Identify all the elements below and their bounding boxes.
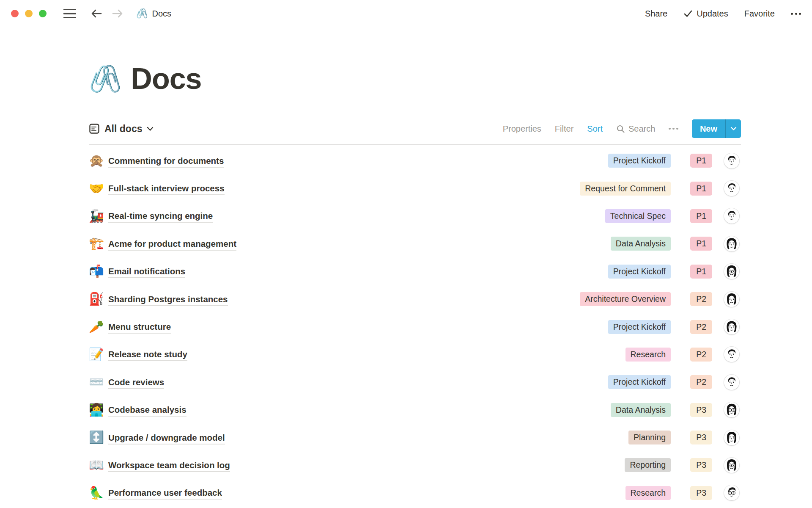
share-button[interactable]: Share	[645, 9, 667, 19]
avatar-person-glasses-long-hair[interactable]	[724, 264, 739, 279]
view-more-options-button[interactable]	[669, 128, 678, 130]
table-row[interactable]: 🤝 Full-stack interview process Request f…	[89, 174, 741, 202]
doc-type-tag[interactable]: Reporting	[625, 458, 671, 472]
table-row[interactable]: 🙊 Commenting for documents Project Kicko…	[89, 147, 741, 174]
back-arrow-icon[interactable]	[91, 8, 102, 19]
doc-emoji-icon: ↕️	[89, 431, 108, 444]
window-more-options-button[interactable]	[791, 13, 801, 15]
doc-title-link[interactable]: Real-time syncing engine	[108, 211, 213, 221]
avatar-man-stubble[interactable]	[724, 208, 739, 224]
page-icon-paperclip[interactable]: 🖇️	[89, 66, 121, 92]
avatar-man-short-hair-2[interactable]	[724, 181, 739, 196]
paperclip-icon: 🖇️	[136, 8, 148, 19]
table-row[interactable]: ⛽ Sharding Postgres instances Architectu…	[89, 285, 741, 313]
minimize-window-button[interactable]	[25, 10, 33, 17]
doc-type-tag[interactable]: Project Kickoff	[608, 320, 671, 334]
doc-title-link[interactable]: Release note study	[108, 349, 187, 359]
doc-type-tag[interactable]: Project Kickoff	[608, 154, 671, 168]
doc-title-link[interactable]: Workspace team decision log	[108, 460, 230, 470]
doc-emoji-icon: ⛽	[89, 293, 108, 305]
table-row[interactable]: 🚂 Real-time syncing engine Technical Spe…	[89, 202, 741, 230]
priority-badge[interactable]: P3	[690, 431, 712, 444]
priority-badge[interactable]: P1	[690, 209, 712, 223]
avatar-woman-wavy-hair[interactable]	[724, 319, 739, 334]
doc-title-link[interactable]: Email notifications	[108, 266, 185, 276]
zoom-window-button[interactable]	[39, 10, 47, 17]
avatar-man-stubble[interactable]	[724, 375, 739, 390]
doc-emoji-icon: ⌨️	[89, 376, 108, 388]
list-view-icon	[89, 123, 100, 134]
priority-badge[interactable]: P1	[690, 154, 712, 168]
priority-badge[interactable]: P3	[690, 486, 712, 500]
close-window-button[interactable]	[11, 10, 19, 17]
doc-title-link[interactable]: Upgrade / downgrade model	[108, 433, 225, 443]
doc-type-tag[interactable]: Architecture Overview	[580, 292, 671, 306]
table-row[interactable]: 🦜 Performance user feedback Research P3	[89, 479, 741, 507]
priority-badge[interactable]: P2	[690, 348, 712, 362]
priority-badge[interactable]: P2	[690, 292, 712, 306]
avatar-person-glasses-beard[interactable]	[724, 458, 739, 473]
doc-emoji-icon: 🚂	[89, 210, 108, 222]
table-row[interactable]: ↕️ Upgrade / downgrade model Planning P3	[89, 424, 741, 451]
avatar-woman-bob[interactable]	[724, 292, 739, 307]
doc-emoji-icon: 🥕	[89, 321, 108, 333]
doc-title-link[interactable]: Code reviews	[108, 377, 164, 387]
doc-emoji-icon: 📬	[89, 265, 108, 278]
doc-title-link[interactable]: Performance user feedback	[108, 488, 222, 498]
priority-badge[interactable]: P1	[690, 182, 712, 196]
doc-title-link[interactable]: Commenting for documents	[108, 156, 224, 166]
new-button[interactable]: New	[692, 119, 725, 138]
breadcrumb: 🖇️ Docs	[136, 8, 171, 19]
doc-type-tag[interactable]: Data Analysis	[611, 403, 671, 417]
filter-button[interactable]: Filter	[555, 124, 573, 134]
table-row[interactable]: 📝 Release note study Research P2	[89, 341, 741, 368]
priority-badge[interactable]: P2	[690, 320, 712, 334]
search-button[interactable]: Search	[616, 124, 655, 134]
table-row[interactable]: 📬 Email notifications Project Kickoff P1	[89, 258, 741, 285]
priority-badge[interactable]: P1	[690, 237, 712, 251]
sidebar-toggle-menu-icon[interactable]	[63, 9, 76, 19]
properties-button[interactable]: Properties	[503, 124, 541, 134]
priority-badge[interactable]: P3	[690, 403, 712, 417]
doc-type-tag[interactable]: Research	[625, 348, 671, 362]
doc-emoji-icon: 🏗️	[89, 237, 108, 250]
priority-badge[interactable]: P3	[690, 458, 712, 472]
view-selector-all-docs[interactable]: All docs	[89, 123, 154, 135]
breadcrumb-page-title: Docs	[152, 9, 171, 19]
forward-arrow-icon[interactable]	[112, 8, 123, 19]
doc-type-tag[interactable]: Request for Comment	[580, 182, 671, 196]
new-dropdown-button[interactable]	[726, 119, 741, 138]
avatar-person-glasses-long-hair[interactable]	[724, 402, 739, 417]
doc-title-link[interactable]: Acme for product management	[108, 239, 236, 249]
updates-button[interactable]: Updates	[683, 9, 728, 19]
doc-title-link[interactable]: Full-stack interview process	[108, 183, 225, 193]
doc-emoji-icon: 📝	[89, 348, 108, 361]
doc-emoji-icon: 🦜	[89, 487, 108, 499]
sort-button[interactable]: Sort	[587, 124, 603, 134]
favorite-button[interactable]: Favorite	[744, 9, 775, 19]
doc-type-tag[interactable]: Research	[625, 486, 671, 500]
table-row[interactable]: 📖 Workspace team decision log Reporting …	[89, 451, 741, 479]
doc-type-tag[interactable]: Project Kickoff	[608, 375, 671, 389]
page-title[interactable]: Docs	[131, 62, 201, 96]
avatar-man-short-hair[interactable]	[724, 153, 739, 168]
avatar-man-glasses[interactable]	[724, 485, 739, 500]
doc-type-tag[interactable]: Project Kickoff	[608, 265, 671, 279]
doc-type-tag[interactable]: Planning	[628, 431, 671, 444]
avatar-man-short-hair[interactable]	[724, 347, 739, 362]
table-row[interactable]: 👩‍💻 Codebase analysis Data Analysis P3	[89, 396, 741, 424]
doc-type-tag[interactable]: Technical Spec	[605, 209, 671, 223]
table-row[interactable]: ⌨️ Code reviews Project Kickoff P2	[89, 368, 741, 396]
doc-title-link[interactable]: Menu structure	[108, 322, 171, 332]
docs-table: 🙊 Commenting for documents Project Kicko…	[89, 147, 741, 507]
window-controls	[11, 10, 47, 17]
avatar-woman-wavy-hair[interactable]	[724, 236, 739, 251]
avatar-woman-bob[interactable]	[724, 430, 739, 445]
priority-badge[interactable]: P2	[690, 375, 712, 389]
doc-title-link[interactable]: Sharding Postgres instances	[108, 294, 228, 304]
table-row[interactable]: 🥕 Menu structure Project Kickoff P2	[89, 313, 741, 340]
table-row[interactable]: 🏗️ Acme for product management Data Anal…	[89, 230, 741, 257]
doc-type-tag[interactable]: Data Analysis	[611, 237, 671, 251]
doc-title-link[interactable]: Codebase analysis	[108, 405, 187, 415]
priority-badge[interactable]: P1	[690, 265, 712, 279]
